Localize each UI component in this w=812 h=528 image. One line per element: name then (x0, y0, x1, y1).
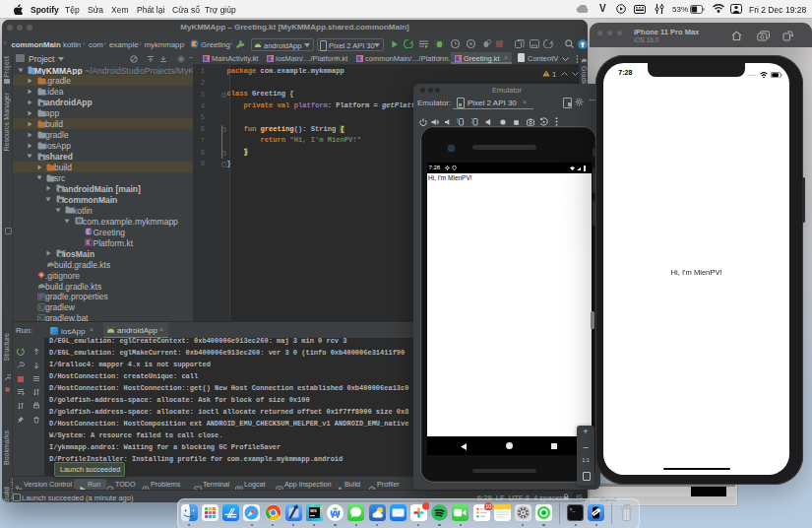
svg-text:>_: >_ (570, 506, 577, 512)
svg-text:WS: WS (310, 508, 317, 513)
svg-text:10: 10 (485, 503, 491, 509)
